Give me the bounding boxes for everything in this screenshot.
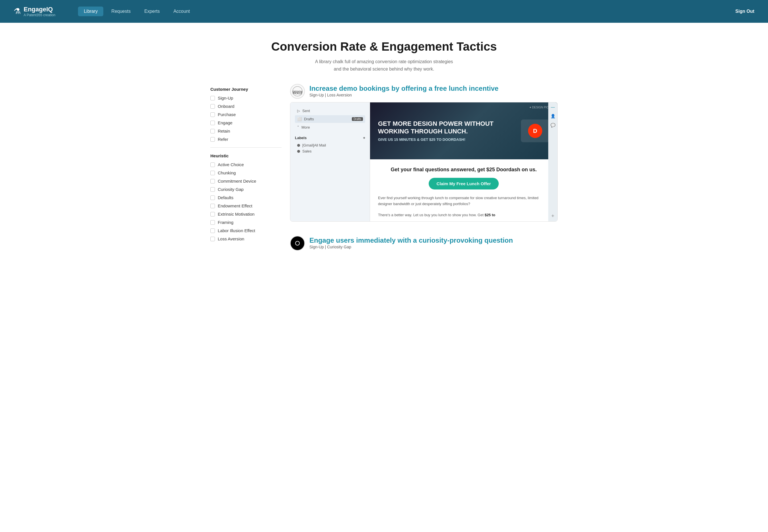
label-sales[interactable]: Sales: [295, 148, 365, 154]
openai-icon: [293, 239, 302, 248]
logo-area: ⚗ EngageIQ A Patent355 creation: [14, 6, 55, 17]
body-layout: Customer Journey Sign-Up Onboard Purchas…: [199, 84, 569, 276]
drafts-label: Drafts: [304, 117, 314, 121]
content-area: DESIGN PICKLE Increase demo bookings by …: [290, 84, 558, 265]
logo-title: EngageIQ: [24, 6, 55, 13]
checkbox-labor-illusion[interactable]: [210, 228, 215, 233]
nav-requests[interactable]: Requests: [106, 7, 136, 16]
sidebar-journey-title: Customer Journey: [210, 87, 281, 92]
filter-label-retain: Retain: [218, 129, 230, 133]
logo-text-block: EngageIQ A Patent355 creation: [24, 6, 55, 17]
email-more[interactable]: ˅ More: [295, 123, 365, 131]
filter-signup[interactable]: Sign-Up: [210, 96, 281, 100]
filter-purchase[interactable]: Purchase: [210, 112, 281, 117]
filter-curiosity-gap[interactable]: Curiosity Gap: [210, 187, 281, 192]
tactic-1-tags: Sign-Up | Loss Aversion: [309, 93, 558, 97]
filter-retain[interactable]: Retain: [210, 129, 281, 133]
header: ⚗ EngageIQ A Patent355 creation Library …: [0, 0, 768, 23]
page-subtitle: A library chalk full of amazing conversi…: [313, 58, 455, 73]
email-body-text-2: There's a better way. Let us buy you lun…: [378, 212, 549, 218]
tactic-card-2: Engage users immediately with a curiosit…: [290, 236, 558, 251]
nav-library[interactable]: Library: [78, 7, 103, 16]
filter-label-defaults: Defaults: [218, 195, 233, 200]
tactic-2-title[interactable]: Engage users immediately with a curiosit…: [309, 236, 513, 244]
right-scroll-strip: — 👤 💬 +: [548, 102, 557, 221]
filter-chunking[interactable]: Chunking: [210, 170, 281, 175]
filter-framing[interactable]: Framing: [210, 220, 281, 225]
filter-onboard[interactable]: Onboard: [210, 104, 281, 109]
svg-point-3: [293, 239, 302, 248]
drafts-badge: Drafts: [352, 117, 363, 121]
filter-defaults[interactable]: Defaults: [210, 195, 281, 200]
sent-icon: ▷: [297, 109, 300, 113]
tactic-1-title-block: Increase demo bookings by offering a fre…: [309, 84, 558, 97]
scroll-icon-1: —: [551, 105, 555, 109]
nav-experts[interactable]: Experts: [139, 7, 165, 16]
filter-extrinsic-motivation[interactable]: Extrinsic Motivation: [210, 212, 281, 216]
scroll-icon-2: 👤: [551, 114, 555, 118]
filter-label-onboard: Onboard: [218, 104, 234, 109]
email-labels-section: Labels + [Gmail]All Mail Sales: [295, 136, 365, 154]
checkbox-purchase[interactable]: [210, 112, 215, 117]
checkbox-refer[interactable]: [210, 137, 215, 142]
filter-loss-aversion[interactable]: Loss Aversion: [210, 236, 281, 241]
email-body-content: Get your final questions answered, get $…: [370, 159, 557, 221]
email-sidebar: ▷ Sent ⬜ Drafts Drafts ˅ More: [290, 102, 370, 159]
tactic-2-tags: Sign-Up | Curiosity Gap: [309, 245, 558, 249]
label-gmail-all[interactable]: [Gmail]All Mail: [295, 142, 365, 148]
checkbox-commitment-device[interactable]: [210, 179, 215, 183]
label-dot-sales: [297, 150, 300, 153]
filter-labor-illusion[interactable]: Labor Illusion Effect: [210, 228, 281, 233]
checkbox-loss-aversion[interactable]: [210, 237, 215, 241]
sent-label: Sent: [302, 109, 310, 113]
email-sent[interactable]: ▷ Sent: [295, 107, 365, 115]
filter-endowment-effect[interactable]: Endowment Effect: [210, 203, 281, 208]
scroll-plus-icon[interactable]: +: [551, 213, 555, 219]
filter-label-signup: Sign-Up: [218, 96, 233, 100]
filter-label-engage: Engage: [218, 120, 232, 125]
label-dot-gmail: [297, 144, 300, 147]
filter-label-chunking: Chunking: [218, 170, 236, 175]
email-drafts[interactable]: ⬜ Drafts Drafts: [295, 115, 365, 123]
checkbox-framing[interactable]: [210, 220, 215, 225]
tactic-1-preview: ▷ Sent ⬜ Drafts Drafts ˅ More: [290, 102, 558, 222]
tactic-1-title[interactable]: Increase demo bookings by offering a fre…: [309, 84, 499, 92]
sign-out-button[interactable]: Sign Out: [735, 9, 754, 14]
labels-add-icon[interactable]: +: [363, 136, 365, 140]
filter-engage[interactable]: Engage: [210, 120, 281, 125]
filter-label-refer: Refer: [218, 137, 228, 142]
checkbox-onboard[interactable]: [210, 104, 215, 109]
labels-title: Labels: [295, 136, 306, 140]
promo-headline: GET MORE DESIGN POWER WITHOUT WORKING TH…: [378, 120, 516, 135]
checkbox-engage[interactable]: [210, 121, 215, 125]
doordash-logo: D: [528, 124, 542, 138]
filter-label-loss-aversion: Loss Aversion: [218, 236, 244, 241]
tactic-1-icon: DESIGN PICKLE: [290, 84, 305, 99]
page-title: Conversion Rate & Engagement Tactics: [6, 40, 762, 53]
design-pickle-icon: DESIGN PICKLE: [292, 86, 302, 96]
checkbox-endowment-effect[interactable]: [210, 204, 215, 208]
filter-label-labor-illusion: Labor Illusion Effect: [218, 228, 255, 233]
filter-label-active-choice: Active Choice: [218, 162, 244, 167]
checkbox-active-choice[interactable]: [210, 162, 215, 167]
tactic-2-title-block: Engage users immediately with a curiosit…: [309, 236, 558, 249]
checkbox-chunking[interactable]: [210, 171, 215, 175]
filter-label-commitment-device: Commitment Device: [218, 179, 256, 183]
more-icon: ˅: [297, 125, 299, 129]
sidebar-divider: [210, 147, 281, 148]
filter-commitment-device[interactable]: Commitment Device: [210, 179, 281, 183]
claim-free-lunch-button[interactable]: Claim My Free Lunch Offer: [429, 178, 499, 189]
email-promo-top: ✦ DESIGN PICKLE GET MORE DESIGN POWER WI…: [370, 102, 557, 159]
tactic-2-icon: [290, 236, 305, 251]
checkbox-extrinsic-motivation[interactable]: [210, 212, 215, 216]
tactic-card-1: DESIGN PICKLE Increase demo bookings by …: [290, 84, 558, 222]
checkbox-defaults[interactable]: [210, 195, 215, 200]
filter-active-choice[interactable]: Active Choice: [210, 162, 281, 167]
checkbox-retain[interactable]: [210, 129, 215, 133]
filter-refer[interactable]: Refer: [210, 137, 281, 142]
nav-account[interactable]: Account: [168, 7, 195, 16]
checkbox-signup[interactable]: [210, 96, 215, 100]
page-header: Conversion Rate & Engagement Tactics A l…: [0, 23, 768, 84]
checkbox-curiosity-gap[interactable]: [210, 187, 215, 192]
main-content: Conversion Rate & Engagement Tactics A l…: [0, 23, 768, 532]
